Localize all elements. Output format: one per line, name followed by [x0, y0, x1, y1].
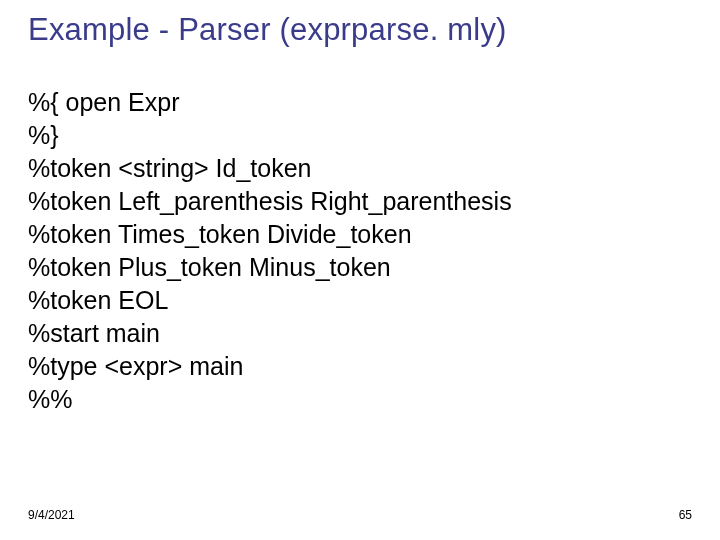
code-line: %type <expr> main: [28, 350, 512, 383]
code-line: %token Times_token Divide_token: [28, 218, 512, 251]
code-line: %token EOL: [28, 284, 512, 317]
slide: Example - Parser (exprparse. mly) %{ ope…: [0, 0, 720, 540]
footer-date: 9/4/2021: [28, 508, 75, 522]
code-line: %{ open Expr: [28, 86, 512, 119]
code-line: %token Left_parenthesis Right_parenthesi…: [28, 185, 512, 218]
code-line: %token <string> Id_token: [28, 152, 512, 185]
code-line: %token Plus_token Minus_token: [28, 251, 512, 284]
slide-title: Example - Parser (exprparse. mly): [28, 12, 507, 48]
code-block: %{ open Expr %} %token <string> Id_token…: [28, 86, 512, 416]
code-line: %%: [28, 383, 512, 416]
code-line: %}: [28, 119, 512, 152]
footer-page-number: 65: [679, 508, 692, 522]
code-line: %start main: [28, 317, 512, 350]
